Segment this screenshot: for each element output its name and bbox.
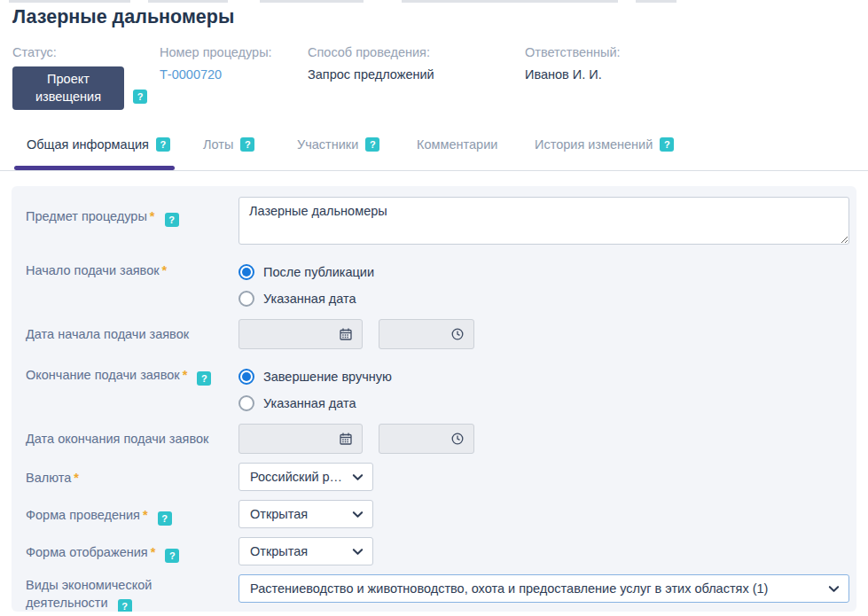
form-row-currency: Валюта* Российский рубль [26,463,849,491]
start-after-publication-radio[interactable]: После публикации [239,261,849,284]
form-row-display-form: Форма отображения* ? Открытая [26,537,849,565]
subject-label: Предмет процедуры* ? [26,197,239,245]
end-applications-label: Окончание подачи заявок* ? [26,363,239,415]
help-icon[interactable]: ? [118,599,132,612]
start-applications-radio-group: После публикации Указанная дата [239,259,849,310]
tab-bar: Общая информация ? Лоты ? Участники ? Ко… [0,124,868,171]
end-specified-date-radio[interactable]: Указанная дата [239,392,849,415]
radio-selected-icon [239,264,254,280]
help-icon[interactable]: ? [165,549,179,563]
currency-select[interactable]: Российский рубль [239,463,373,491]
required-asterisk: * [74,471,79,485]
start-date-input [239,319,363,349]
display-form-select[interactable]: Открытая [239,537,373,565]
calendar-icon [339,327,353,341]
help-icon[interactable]: ? [660,137,674,152]
tab-general-info[interactable]: Общая информация ? [27,137,170,152]
activity-kinds-select[interactable]: Растениеводство и животноводство, охота … [239,574,849,603]
form-row-conduct-form: Форма проведения* ? Открытая [26,500,849,528]
chevron-down-icon [352,472,364,483]
tab-lots[interactable]: Лоты ? [203,137,254,152]
end-date-input [239,424,363,454]
required-asterisk: * [183,368,188,382]
conduct-form-select[interactable]: Открытая [239,500,373,528]
tab-history[interactable]: История изменений ? [535,137,674,152]
procedure-number-label: Номер процедуры: [160,45,272,59]
responsible-column: Ответственный: Иванов И. И. [525,45,621,82]
form-row-activity-kinds: Виды экономической деятельности ? Растен… [26,574,849,612]
display-form-label: Форма отображения* ? [26,537,239,565]
end-time-input [379,424,474,454]
chevron-down-icon [828,583,840,595]
tab-label: Общая информация [27,137,149,152]
end-manual-radio[interactable]: Завершение вручную [239,365,849,388]
end-date-label: Дата окончания подачи заявок [26,424,239,454]
radio-selected-icon [239,369,254,385]
conduct-form-label: Форма проведения* ? [26,500,239,528]
tab-label: Лоты [203,137,233,152]
start-date-label: Дата начала подачи заявок [26,319,239,349]
help-icon[interactable]: ? [156,137,170,152]
active-tab-underline [14,166,175,170]
required-asterisk: * [151,545,156,559]
clock-icon [450,327,465,341]
page-title: Лазерные дальномеры [12,6,234,28]
help-icon[interactable]: ? [240,137,254,152]
method-column: Способ проведения: Запрос предложений [308,45,434,82]
tab-label: Комментарии [417,137,497,152]
form-row-end-applications: Окончание подачи заявок* ? Завершение вр… [26,363,849,415]
help-icon[interactable]: ? [365,137,379,152]
form-row-end-date: Дата окончания подачи заявок [26,424,849,454]
activity-kinds-label: Виды экономической деятельности ? [26,574,239,612]
tab-label: История изменений [535,137,653,152]
procedure-page: Лазерные дальномеры Статус: Проект извещ… [0,0,868,616]
procedure-number-link[interactable]: Т-0000720 [160,67,222,82]
chevron-down-icon [352,546,364,558]
method-value: Запрос предложений [308,67,434,82]
general-info-form: Предмет процедуры* ? Лазерные дальномеры… [12,186,856,612]
responsible-label: Ответственный: [525,45,621,59]
form-row-subject: Предмет процедуры* ? Лазерные дальномеры [26,197,849,245]
tab-participants[interactable]: Участники ? [297,137,379,152]
status-column: Статус: Проект извещения ? [12,45,147,110]
end-applications-radio-group: Завершение вручную Указанная дата [239,363,849,415]
status-label: Статус: [12,45,147,59]
currency-label: Валюта* [26,463,239,491]
chevron-down-icon [352,509,364,520]
help-icon[interactable]: ? [133,90,147,104]
form-row-start-date: Дата начала подачи заявок [26,319,849,349]
start-specified-date-radio[interactable]: Указанная дата [239,287,849,310]
status-badge: Проект извещения [12,66,124,110]
help-icon[interactable]: ? [165,213,179,227]
required-asterisk: * [150,209,155,223]
subject-textarea[interactable]: Лазерные дальномеры [239,197,849,245]
required-asterisk: * [162,263,168,277]
start-time-input [379,319,474,349]
procedure-number-column: Номер процедуры: Т-0000720 [160,45,272,82]
radio-unselected-icon [239,291,254,307]
method-label: Способ проведения: [308,45,434,59]
calendar-icon [339,432,353,446]
required-asterisk: * [143,508,148,522]
form-row-start-applications: Начало подачи заявок* После публикации У… [26,259,849,310]
start-applications-label: Начало подачи заявок* [26,259,239,310]
help-icon[interactable]: ? [197,371,211,386]
tab-label: Участники [297,137,358,152]
tab-comments[interactable]: Комментарии [417,137,497,152]
help-icon[interactable]: ? [158,511,172,526]
responsible-value: Иванов И. И. [525,67,621,82]
clock-icon [450,432,465,446]
radio-unselected-icon [239,395,254,411]
